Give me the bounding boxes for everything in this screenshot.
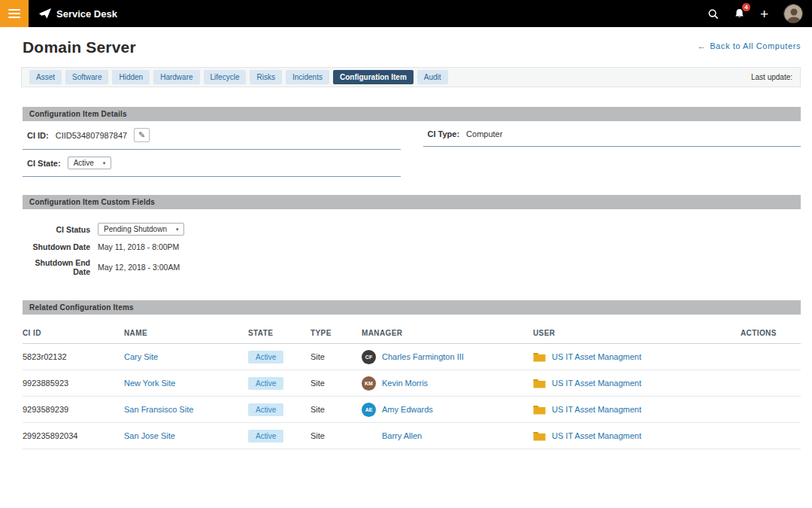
tab-lifecycle[interactable]: Lifecycle (204, 70, 247, 84)
status-badge: Active (248, 377, 283, 390)
tab-hidden[interactable]: Hidden (112, 70, 150, 84)
column-header-ci-id: CI ID (23, 329, 124, 337)
section-header-custom-fields: Configuration Item Custom Fields (23, 195, 801, 209)
status-badge: Active (248, 403, 283, 416)
column-header-manager: MANAGER (362, 329, 533, 337)
notification-count-badge: 4 (742, 3, 750, 11)
ci-id-field: CI ID: CIID534807987847 ✎ (23, 121, 401, 150)
ci-state-select[interactable]: Active ▾ (68, 157, 112, 169)
row-name-link[interactable]: San Jose Site (124, 431, 248, 440)
manager-link[interactable]: Barry Allen (382, 431, 422, 440)
row-ci-id: 9923885923 (23, 379, 124, 388)
row-type: Site (311, 352, 362, 361)
folder-icon (533, 352, 546, 362)
user-link[interactable]: US IT Asset Managment (552, 379, 641, 388)
manager-avatar: AE (362, 403, 376, 417)
tab-configuration-item[interactable]: Configuration Item (333, 70, 414, 84)
shutdown-end-date-label: Shutdown End Date (23, 258, 90, 276)
search-icon (707, 8, 719, 20)
manager-avatar: KM (362, 376, 376, 391)
tab-software[interactable]: Software (65, 70, 108, 84)
user-link[interactable]: US IT Asset Managment (552, 405, 641, 414)
column-header-type: TYPE (311, 329, 362, 337)
row-type: Site (311, 379, 362, 388)
tab-bar: Asset Software Hidden Hardware Lifecycle… (21, 67, 801, 87)
tab-hardware[interactable]: Hardware (153, 70, 199, 84)
ci-state-field: CI State: Active ▾ (23, 150, 401, 177)
chevron-down-icon: ▾ (103, 160, 106, 166)
back-to-all-computers-link[interactable]: ← Back to All Computers (698, 41, 801, 50)
manager-cell: AE Amy Edwards (362, 403, 533, 417)
manager-avatar: CF (362, 350, 376, 364)
top-bar: Service Desk 4 + (0, 0, 812, 27)
back-link-label: Back to All Computers (710, 41, 801, 50)
last-update-label: Last update: (751, 73, 792, 81)
edit-ci-id-button[interactable]: ✎ (134, 128, 150, 142)
app-logo[interactable]: Service Desk (39, 8, 117, 20)
folder-icon (533, 405, 546, 415)
manager-link[interactable]: Charles Farmington III (382, 352, 464, 361)
search-button[interactable] (707, 8, 719, 20)
manager-cell: CF Charles Farmington III (362, 350, 533, 364)
row-type: Site (311, 431, 362, 440)
table-row: 9293589239 San Fransisco Site Active Sit… (23, 397, 801, 423)
table-row: 9923885923 New York Site Active Site KM … (23, 370, 801, 397)
manager-link[interactable]: Amy Edwards (382, 405, 433, 414)
shutdown-end-date-field: Shutdown End Date May 12, 2018 - 3:00AM (23, 255, 801, 279)
ci-type-field: CI Type: Computer (423, 121, 801, 147)
ci-status-field: CI Status Pending Shutdown ▾ (23, 220, 801, 239)
chevron-down-icon: ▾ (176, 227, 179, 233)
column-header-state: STATE (248, 329, 311, 337)
ci-state-value: Active (74, 159, 94, 167)
details-section: CI ID: CIID534807987847 ✎ CI State: Acti… (23, 121, 801, 177)
status-badge: Active (248, 351, 283, 364)
shutdown-date-label: Shutdown Date (23, 242, 90, 251)
notifications-button[interactable]: 4 (734, 8, 745, 20)
row-type: Site (311, 405, 362, 414)
column-header-user: USER (533, 329, 741, 337)
shutdown-date-value: May 11, 2018 - 8:00PM (98, 242, 179, 251)
ci-status-select[interactable]: Pending Shutdown ▾ (98, 223, 184, 236)
row-ci-id: 9293589239 (23, 405, 124, 414)
folder-icon (533, 379, 546, 388)
app-title: Service Desk (56, 8, 117, 20)
manager-link[interactable]: Kevin Morris (382, 379, 428, 388)
column-header-actions: ACTIONS (741, 329, 801, 337)
manager-cell: BA Barry Allen (362, 429, 533, 443)
ci-status-label: CI Status (23, 225, 90, 234)
table-row: 5823r02132 Cary Site Active Site CF Char… (23, 344, 801, 370)
top-bar-actions: 4 + (707, 4, 812, 23)
user-link[interactable]: US IT Asset Managment (552, 352, 641, 361)
shutdown-date-field: Shutdown Date May 11, 2018 - 8:00PM (23, 239, 801, 255)
tab-incidents[interactable]: Incidents (286, 70, 329, 84)
tab-audit[interactable]: Audit (417, 70, 448, 84)
custom-fields-section: CI Status Pending Shutdown ▾ Shutdown Da… (23, 220, 801, 279)
user-cell: US IT Asset Managment (533, 379, 741, 388)
table-row: 299235892034 San Jose Site Active Site B… (23, 423, 801, 449)
hamburger-icon (8, 13, 20, 14)
manager-avatar: BA (362, 429, 376, 443)
row-name-link[interactable]: San Fransisco Site (124, 405, 248, 414)
tab-risks[interactable]: Risks (250, 70, 281, 84)
hamburger-menu-button[interactable] (0, 0, 29, 27)
page-title: Domain Server (23, 38, 136, 56)
column-header-name: NAME (124, 329, 248, 337)
user-avatar[interactable] (783, 4, 803, 23)
section-header-related: Related Configuration Items (23, 300, 801, 315)
related-items-table: CI ID NAME STATE TYPE MANAGER USER ACTIO… (23, 321, 801, 449)
row-ci-id: 299235892034 (23, 431, 124, 440)
row-name-link[interactable]: New York Site (124, 379, 248, 388)
ci-state-label: CI State: (27, 159, 61, 168)
user-cell: US IT Asset Managment (533, 405, 741, 415)
add-new-button[interactable]: + (760, 7, 768, 21)
paper-plane-icon (39, 8, 51, 19)
folder-icon (533, 431, 546, 441)
row-name-link[interactable]: Cary Site (124, 352, 248, 361)
ci-type-label: CI Type: (428, 129, 460, 138)
table-header-row: CI ID NAME STATE TYPE MANAGER USER ACTIO… (23, 321, 801, 344)
tab-asset[interactable]: Asset (29, 70, 62, 84)
ci-id-value: CIID534807987847 (56, 131, 127, 140)
back-arrow-icon: ← (698, 41, 707, 50)
user-link[interactable]: US IT Asset Managment (552, 431, 641, 440)
section-header-details: Configuration Item Details (23, 107, 801, 121)
